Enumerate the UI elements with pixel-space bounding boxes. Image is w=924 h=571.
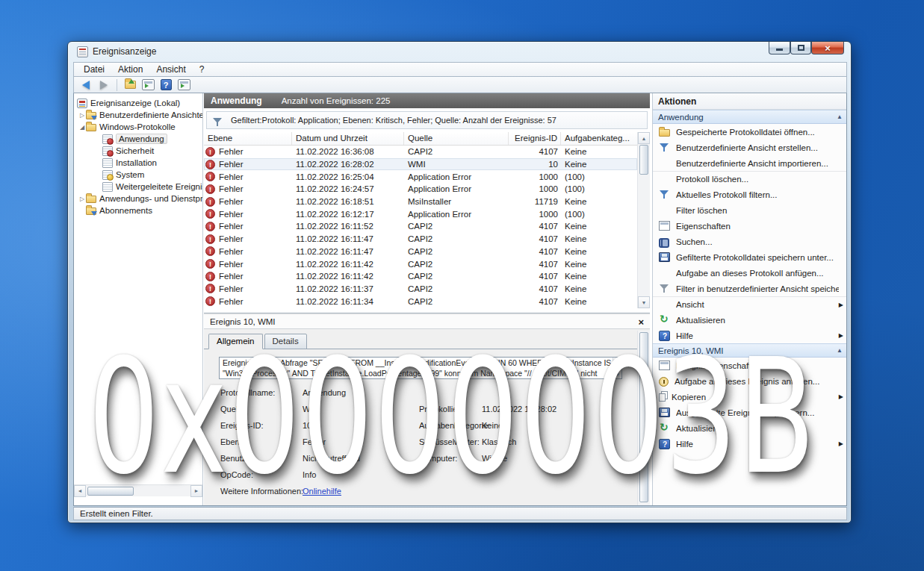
event-row[interactable]: !Fehler 11.02.2022 16:24:57 Application … bbox=[204, 183, 637, 196]
forward-button[interactable] bbox=[96, 78, 111, 92]
tree-item-benutzerdefinierte-ansichten[interactable]: ▷Benutzerdefinierte Ansichten bbox=[78, 109, 203, 121]
online-help-link[interactable]: Onlinehilfe bbox=[303, 487, 341, 496]
action-item[interactable]: Ereigniseigenschaften ▶ bbox=[653, 358, 847, 373]
expander-collapsed-icon[interactable]: ▷ bbox=[78, 112, 86, 119]
event-row[interactable]: !Fehler 11.02.2022 16:11:52 CAPI2 4107 K… bbox=[204, 220, 637, 233]
tree-item-abonnements[interactable]: Abonnements bbox=[86, 205, 152, 216]
event-row[interactable]: !Fehler 11.02.2022 16:11:42 CAPI2 4107 K… bbox=[204, 258, 637, 270]
restore-button[interactable] bbox=[790, 42, 811, 54]
tree-item-anwendungs-und-dienstprotokolle[interactable]: ▷Anwendungs- und Dienstprotokolle bbox=[78, 193, 203, 205]
action-item[interactable]: Aktuelles Protokoll filtern... ▶ bbox=[653, 187, 847, 202]
event-row[interactable]: !Fehler 11.02.2022 16:11:34 CAPI2 4107 K… bbox=[204, 295, 637, 308]
details-close-icon[interactable]: × bbox=[638, 316, 644, 328]
column-header-quelle[interactable]: Quelle bbox=[404, 132, 509, 145]
tree-item-anwendung[interactable]: Anwendung bbox=[102, 133, 167, 145]
event-list-scrollbar[interactable]: ▲ ▼ bbox=[637, 132, 650, 308]
event-row[interactable]: !Fehler 11.02.2022 16:36:08 CAPI2 4107 K… bbox=[204, 146, 637, 158]
action-item[interactable]: Gefilterte Protokolldatei speichern unte… bbox=[653, 249, 847, 265]
scrollbar-thumb[interactable] bbox=[639, 332, 648, 502]
tree-item-windows-protokolle[interactable]: ◢Windows-Protokolle bbox=[78, 121, 176, 133]
tree-item-root[interactable]: Ereignisanzeige (Lokal) bbox=[77, 97, 180, 109]
scrollbar-thumb[interactable] bbox=[87, 487, 134, 496]
details-scrollbar[interactable] bbox=[637, 331, 650, 506]
expander-expanded-icon[interactable]: ◢ bbox=[78, 124, 86, 131]
event-datetime: 11.02.2022 16:18:51 bbox=[292, 197, 404, 206]
tree-item-system[interactable]: System bbox=[102, 169, 144, 181]
column-header-datum[interactable]: Datum und Uhrzeit bbox=[292, 132, 404, 145]
message-scrollbar[interactable]: ▲ ▼ bbox=[613, 358, 621, 378]
column-header-ebene[interactable]: Ebene bbox=[204, 132, 292, 145]
event-row[interactable]: !Fehler 11.02.2022 16:11:47 CAPI2 4107 K… bbox=[204, 246, 637, 258]
column-header-aufgabenkategorie[interactable]: Aufgabenkateg... bbox=[561, 132, 637, 145]
open-saved-log-button[interactable] bbox=[123, 78, 137, 92]
actions-section-ereignis-10-wmi[interactable]: Ereignis 10, WMI ▲ bbox=[653, 343, 847, 358]
action-item[interactable]: Ausgewählte Ereignisse speichern... ▶ bbox=[653, 405, 847, 420]
help-button[interactable]: ? bbox=[158, 78, 173, 92]
scroll-up-icon[interactable]: ▲ bbox=[613, 358, 622, 365]
toolbar: ? bbox=[73, 76, 847, 93]
action-item[interactable]: Eigenschaften ▶ bbox=[653, 218, 847, 234]
column-headers: Ebene Datum und Uhrzeit Quelle Ereignis-… bbox=[204, 132, 637, 146]
tab-allgemein[interactable]: Allgemein bbox=[208, 334, 263, 349]
action-item[interactable]: Aufgabe an dieses Ereignis anfügen... ▶ bbox=[653, 373, 847, 389]
action-item[interactable]: Gespeicherte Protokolldatei öffnen... ▶ bbox=[653, 124, 847, 140]
close-button[interactable]: × bbox=[811, 42, 844, 54]
action-item[interactable]: Filter in benutzerdefinierter Ansicht sp… bbox=[653, 281, 847, 296]
event-row[interactable]: !Fehler 11.02.2022 16:11:37 CAPI2 4107 K… bbox=[204, 283, 637, 296]
action-item[interactable]: Hilfe ▶ bbox=[653, 328, 847, 343]
menu-datei[interactable]: Datei bbox=[77, 63, 111, 76]
menu-hilfe[interactable]: ? bbox=[193, 63, 211, 76]
scroll-down-icon[interactable]: ▼ bbox=[638, 296, 650, 308]
action-item[interactable]: Protokoll löschen... ▶ bbox=[653, 171, 847, 187]
tab-details[interactable]: Details bbox=[264, 334, 307, 349]
scroll-up-icon[interactable]: ▲ bbox=[638, 132, 650, 144]
tree-item-weitergeleitete-ereignisse[interactable]: Weitergeleitete Ereignisse bbox=[102, 181, 203, 193]
event-row[interactable]: !Fehler 11.02.2022 16:25:04 Application … bbox=[204, 170, 637, 183]
scroll-left-icon[interactable]: ◄ bbox=[74, 485, 86, 497]
event-category: Keine bbox=[561, 197, 637, 206]
filter-icon bbox=[659, 142, 670, 153]
collapse-section-icon[interactable]: ▲ bbox=[837, 347, 843, 354]
action-item[interactable]: Benutzerdefinierte Ansicht erstellen... … bbox=[653, 140, 847, 155]
event-row[interactable]: !Fehler 11.02.2022 16:11:42 CAPI2 4107 K… bbox=[204, 270, 637, 283]
event-row[interactable]: !Fehler 11.02.2022 16:28:02 WMI 10 Keine bbox=[204, 158, 637, 171]
tree-horizontal-scrollbar[interactable]: ◄ ► bbox=[74, 484, 202, 496]
collapse-section-icon[interactable]: ▲ bbox=[837, 113, 843, 120]
menu-ansicht[interactable]: Ansicht bbox=[149, 63, 192, 76]
scroll-down-icon[interactable]: ▼ bbox=[613, 371, 622, 378]
event-level: Fehler bbox=[219, 247, 246, 256]
column-header-ereignis-id[interactable]: Ereignis-ID bbox=[509, 132, 561, 145]
show-action-pane-button[interactable] bbox=[176, 78, 191, 92]
event-category: Keine bbox=[561, 272, 637, 281]
action-item[interactable]: Aufgabe an dieses Protokoll anfügen... ▶ bbox=[653, 265, 847, 281]
action-item[interactable]: Suchen... ▶ bbox=[653, 234, 847, 249]
event-row[interactable]: !Fehler 11.02.2022 16:12:17 Application … bbox=[204, 208, 637, 220]
back-button[interactable] bbox=[78, 78, 93, 92]
show-console-tree-button[interactable] bbox=[140, 78, 155, 92]
tree-item-sicherheit[interactable]: Sicherheit bbox=[102, 145, 154, 157]
event-message-box[interactable]: Ereignisfilter mit Abfrage "SELECT * FRO… bbox=[219, 357, 622, 379]
error-level-icon: ! bbox=[205, 272, 215, 281]
event-row[interactable]: !Fehler 11.02.2022 16:18:51 MsiInstaller… bbox=[204, 196, 637, 208]
event-level: Fehler bbox=[219, 284, 246, 293]
menu-aktion[interactable]: Aktion bbox=[111, 63, 149, 76]
action-item[interactable]: Aktualisieren ▶ bbox=[653, 312, 847, 328]
action-item[interactable]: Benutzerdefinierte Ansicht importieren..… bbox=[653, 155, 847, 171]
action-pane-icon bbox=[178, 79, 190, 90]
minimize-button[interactable] bbox=[769, 42, 790, 54]
action-item[interactable]: Kopieren ▶ bbox=[653, 389, 847, 405]
actions-section-anwendung[interactable]: Anwendung ▲ bbox=[653, 110, 847, 124]
action-item[interactable]: Filter löschen ▶ bbox=[653, 202, 847, 218]
event-row[interactable]: !Fehler 11.02.2022 16:11:47 CAPI2 4107 K… bbox=[204, 233, 637, 246]
tree-item-installation[interactable]: Installation bbox=[102, 157, 157, 169]
submenu-arrow-icon: ▶ bbox=[839, 302, 843, 308]
action-item[interactable]: Hilfe ▶ bbox=[653, 436, 847, 452]
work-area: Ereignisanzeige (Lokal) ▷Benutzerdefinie… bbox=[73, 93, 847, 506]
scroll-right-icon[interactable]: ► bbox=[190, 485, 202, 497]
app-service-logs-folder-icon bbox=[86, 196, 96, 203]
action-item[interactable]: Ansicht ▶ bbox=[653, 296, 847, 312]
scrollbar-thumb[interactable] bbox=[639, 145, 648, 175]
action-item[interactable]: Aktualisieren ▶ bbox=[653, 420, 847, 436]
expander-collapsed-icon[interactable]: ▷ bbox=[78, 196, 86, 202]
title-bar[interactable]: Ereignisanzeige × bbox=[68, 42, 851, 62]
